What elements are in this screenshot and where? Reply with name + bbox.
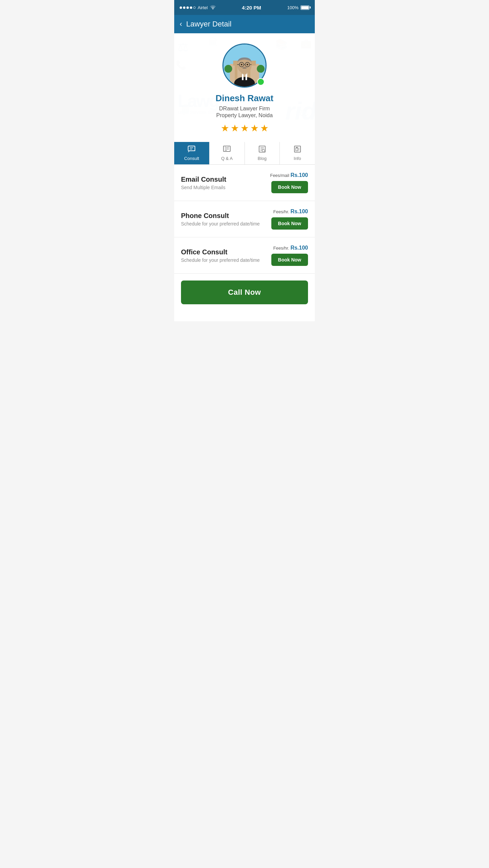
phone-consult-title: Phone Consult <box>181 212 271 220</box>
header: ‹ Lawyer Detail <box>174 15 315 33</box>
info-icon <box>293 145 302 155</box>
avatar-wrapper <box>222 43 267 88</box>
status-bar: Airtel 4:20 PM 100% <box>174 0 315 15</box>
deco-gavel: 🏛 <box>208 37 218 48</box>
office-book-button[interactable]: Book Now <box>271 254 308 266</box>
phone-consult-right: Fees/hr. Rs.100 Book Now <box>271 209 308 230</box>
office-fees-text: Fees/hr. <box>273 246 291 251</box>
tab-qa[interactable]: Q & A <box>210 142 245 164</box>
svg-point-19 <box>247 64 248 66</box>
svg-rect-34 <box>262 150 265 152</box>
tab-bar: Consult Q & A B <box>174 142 315 165</box>
phone-fees-label: Fees/hr. Rs.100 <box>273 209 308 215</box>
phone-consult-subtitle: Schedule for your preferred date/time <box>181 221 271 227</box>
phone-consult-item: Phone Consult Schedule for your preferre… <box>174 201 315 237</box>
profile-banner: ⚖ 🏛 📚 💼 📞 🏛 ⚖ Lawgrid Legal Services Sim… <box>174 33 315 142</box>
signal-dot-1 <box>180 6 182 9</box>
lawgrid-watermark: Lawgrid Legal Services Simplified <box>178 92 238 115</box>
email-consult-item: Email Consult Send Multiple Emails Fees/… <box>174 165 315 201</box>
office-consult-right: Fees/hr. Rs.100 Book Now <box>271 245 308 266</box>
svg-rect-9 <box>242 74 243 80</box>
svg-point-18 <box>241 64 242 66</box>
svg-rect-37 <box>296 147 298 148</box>
signal-dot-2 <box>183 6 185 9</box>
svg-point-7 <box>257 65 265 73</box>
page-title: Lawyer Detail <box>186 20 231 29</box>
tab-consult-label: Consult <box>184 156 199 161</box>
consult-icon <box>187 145 196 155</box>
phone-fees-text: Fees/hr. <box>273 209 291 214</box>
email-consult-right: Fees/mail Rs.100 Book Now <box>270 172 308 193</box>
email-fees-label: Fees/mail Rs.100 <box>270 172 308 178</box>
svg-point-6 <box>224 65 232 73</box>
back-button[interactable]: ‹ <box>180 20 182 28</box>
tab-consult[interactable]: Consult <box>174 142 210 164</box>
email-fees-amount: Rs.100 <box>290 172 308 178</box>
signal-dot-4 <box>190 6 192 9</box>
consult-section: Email Consult Send Multiple Emails Fees/… <box>174 165 315 321</box>
online-status-badge <box>257 78 265 86</box>
tab-qa-label: Q & A <box>221 156 233 161</box>
deco-briefcase: 💼 <box>301 38 311 49</box>
email-book-button[interactable]: Book Now <box>271 181 308 193</box>
office-consult-item: Office Consult Schedule for your preferr… <box>174 237 315 274</box>
battery-fill <box>301 6 309 9</box>
phone-consult-left: Phone Consult Schedule for your preferre… <box>181 212 271 227</box>
qa-icon <box>223 145 231 155</box>
signal-dot-3 <box>186 6 189 9</box>
watermark-partial: rid <box>285 97 315 125</box>
wifi-icon <box>210 5 216 11</box>
email-consult-title: Email Consult <box>181 176 270 183</box>
office-consult-subtitle: Schedule for your preferred date/time <box>181 257 271 263</box>
office-consult-left: Office Consult Schedule for your preferr… <box>181 248 271 263</box>
email-consult-left: Email Consult Send Multiple Emails <box>181 176 270 190</box>
status-left: Airtel <box>180 5 216 11</box>
tab-blog-label: Blog <box>258 156 267 161</box>
deco-phone: 📞 <box>176 60 186 70</box>
svg-rect-36 <box>296 148 298 151</box>
signal-dots <box>180 6 196 9</box>
office-consult-title: Office Consult <box>181 248 271 256</box>
battery-icon <box>301 5 309 10</box>
status-time: 4:20 PM <box>242 5 261 11</box>
carrier-label: Airtel <box>198 5 208 10</box>
office-fees-label: Fees/hr. Rs.100 <box>273 245 308 251</box>
phone-book-button[interactable]: Book Now <box>271 217 308 230</box>
svg-rect-10 <box>246 74 247 80</box>
svg-rect-35 <box>294 146 301 152</box>
call-now-button[interactable]: Call Now <box>181 281 308 304</box>
email-consult-subtitle: Send Multiple Emails <box>181 185 270 190</box>
svg-point-20 <box>243 67 246 68</box>
svg-rect-21 <box>188 146 195 151</box>
deco-scales: ⚖ <box>178 40 188 54</box>
tab-info-label: Info <box>294 156 301 161</box>
signal-dot-5 <box>193 6 196 9</box>
email-fees-text: Fees/mail <box>270 173 290 178</box>
call-now-section: Call Now <box>174 274 315 314</box>
office-fees-amount: Rs.100 <box>290 245 308 251</box>
battery-percent: 100% <box>287 5 298 10</box>
blog-icon <box>258 145 266 155</box>
deco-book: 📚 <box>275 38 288 50</box>
tab-blog[interactable]: Blog <box>245 142 280 164</box>
watermark-brand: Lawgrid <box>178 92 238 110</box>
phone-fees-amount: Rs.100 <box>290 209 308 214</box>
status-right: 100% <box>287 5 309 10</box>
tab-info[interactable]: Info <box>280 142 315 164</box>
